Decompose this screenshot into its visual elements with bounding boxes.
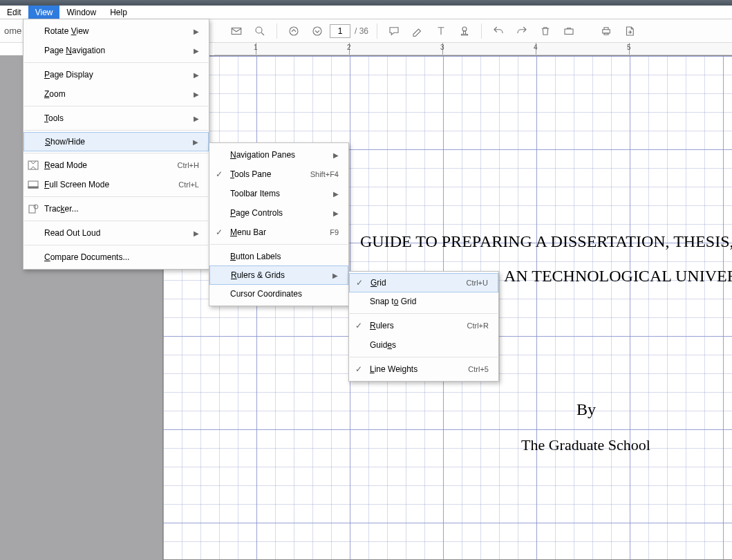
mi-page-display[interactable]: Page Display▶ xyxy=(24,65,209,84)
undo-icon[interactable] xyxy=(487,21,509,41)
mi-button-labels[interactable]: Button Labels xyxy=(209,247,348,266)
svg-rect-9 xyxy=(28,187,38,188)
print-icon[interactable] xyxy=(595,21,617,41)
svg-point-2 xyxy=(290,27,298,35)
svg-point-4 xyxy=(462,27,467,31)
mi-page-controls[interactable]: Page Controls▶ xyxy=(209,203,348,223)
mi-read-mode[interactable]: Read ModeCtrl+H xyxy=(24,156,209,175)
menu-view[interactable]: View xyxy=(28,6,60,19)
rulers-grids-submenu: ✓GridCtrl+U Snap to Grid ✓RulersCtrl+R G… xyxy=(348,271,499,382)
svg-rect-10 xyxy=(29,205,35,213)
mi-rulers[interactable]: ✓RulersCtrl+R xyxy=(349,316,498,335)
mi-line-weights[interactable]: ✓Line WeightsCtrl+5 xyxy=(349,360,498,379)
mi-cursor-coordinates[interactable]: Cursor Coordinates xyxy=(209,284,348,304)
window-titlebar xyxy=(0,0,732,6)
stamp-icon[interactable] xyxy=(453,21,476,41)
mi-toolbar-items[interactable]: Toolbar Items▶ xyxy=(209,184,348,203)
doc-author-line: The Graduate School xyxy=(521,436,650,454)
mi-guides[interactable]: Guides xyxy=(349,335,498,355)
svg-point-11 xyxy=(34,205,38,209)
doc-by-line: By xyxy=(576,400,596,419)
tracker-icon xyxy=(28,203,39,214)
export-icon[interactable] xyxy=(619,21,641,41)
read-mode-icon xyxy=(28,160,39,171)
svg-rect-0 xyxy=(232,28,241,34)
menu-window[interactable]: Window xyxy=(59,6,103,19)
mi-navigation-panes[interactable]: Navigation Panes▶ xyxy=(209,145,348,165)
mi-show-hide[interactable]: Show/Hide▶ xyxy=(24,132,209,151)
mi-rotate-view[interactable]: Rotate View▶ xyxy=(24,21,209,41)
show-hide-submenu: Navigation Panes▶ ✓Tools PaneShift+F4 To… xyxy=(209,142,349,306)
svg-rect-7 xyxy=(28,161,38,169)
svg-point-3 xyxy=(313,27,321,35)
svg-rect-5 xyxy=(565,29,573,35)
mi-rulers-and-grids[interactable]: Rulers & Grids▶ xyxy=(209,265,348,285)
mi-snap-to-grid[interactable]: Snap to Grid xyxy=(349,292,498,311)
mi-tools-pane[interactable]: ✓Tools PaneShift+F4 xyxy=(209,165,348,184)
svg-rect-6 xyxy=(603,29,610,32)
mi-tracker[interactable]: Tracker... xyxy=(24,199,209,218)
page-down-icon[interactable] xyxy=(306,21,328,41)
fullscreen-icon xyxy=(28,179,39,190)
search-icon[interactable] xyxy=(249,21,271,41)
briefcase-icon[interactable] xyxy=(558,21,580,41)
mi-compare-documents[interactable]: Compare Documents... xyxy=(24,248,209,267)
mi-menu-bar[interactable]: ✓Menu BarF9 xyxy=(209,223,348,242)
menubar: Edit View Window Help xyxy=(0,6,732,19)
envelope-icon[interactable] xyxy=(225,21,247,41)
horizontal-ruler: 1 2 3 4 5 xyxy=(214,43,732,55)
page-up-icon[interactable] xyxy=(283,21,305,41)
mi-zoom[interactable]: Zoom▶ xyxy=(24,84,209,104)
mi-tools[interactable]: Tools▶ xyxy=(24,109,209,128)
mi-read-out-loud[interactable]: Read Out Loud▶ xyxy=(24,223,209,243)
svg-point-1 xyxy=(256,27,262,33)
highlight-icon[interactable] xyxy=(406,21,429,41)
trash-icon[interactable] xyxy=(534,21,556,41)
menu-edit[interactable]: Edit xyxy=(0,6,28,19)
view-dropdown: Rotate View▶ Page Navigation▶ Page Displ… xyxy=(23,19,209,270)
menu-help[interactable]: Help xyxy=(103,6,134,19)
page-total-label: / 36 xyxy=(352,26,371,36)
page-number-input[interactable] xyxy=(330,24,350,38)
comment-icon[interactable] xyxy=(383,21,405,41)
doc-title-line2: AN TECHNOLOGICAL UNIVERS xyxy=(504,267,732,286)
text-icon[interactable] xyxy=(430,21,452,41)
doc-title-line1: GUIDE TO PREPARING A DISSERTATION, THESI… xyxy=(360,232,732,251)
mi-grid[interactable]: ✓GridCtrl+U xyxy=(349,273,498,292)
mi-page-navigation[interactable]: Page Navigation▶ xyxy=(24,41,209,60)
redo-icon[interactable] xyxy=(511,21,533,41)
mi-full-screen[interactable]: Full Screen ModeCtrl+L xyxy=(24,175,209,194)
